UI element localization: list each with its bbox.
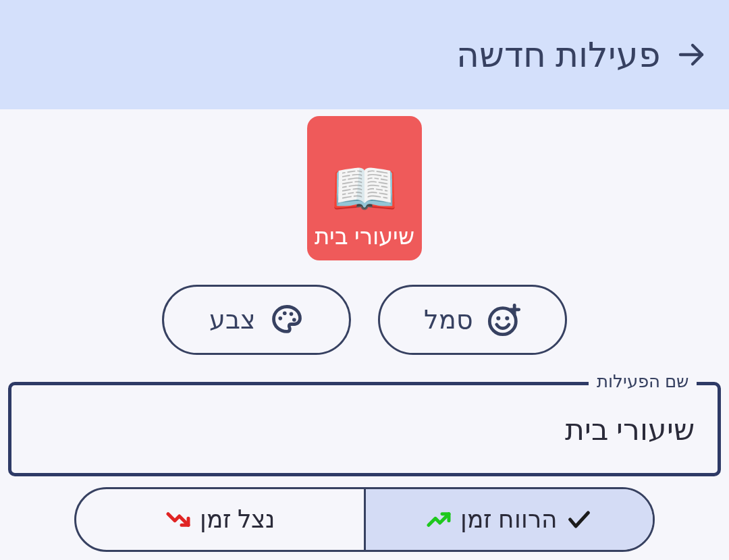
page-title: פעילות חדשה	[456, 34, 660, 75]
symbol-button[interactable]: סמל	[378, 285, 567, 355]
svg-point-1	[489, 308, 516, 335]
svg-point-8	[289, 312, 293, 316]
gain-time-label: הרווח זמן	[460, 505, 558, 534]
book-icon: 📖	[331, 162, 398, 216]
palette-icon	[269, 302, 304, 337]
header: פעילות חדשה	[0, 0, 729, 109]
symbol-button-label: סמל	[424, 305, 473, 335]
check-icon	[566, 506, 593, 533]
emoji-plus-icon	[487, 302, 522, 337]
svg-point-2	[496, 316, 500, 320]
activity-preview: 📖 שיעורי בית	[0, 109, 729, 260]
arrow-right-icon	[675, 38, 707, 71]
spend-time-label: נצל זמן	[200, 505, 275, 534]
activity-card[interactable]: 📖 שיעורי בית	[307, 116, 422, 260]
time-type-segment: הרווח זמן נצל זמן	[74, 487, 655, 552]
svg-point-6	[278, 316, 282, 320]
color-button-label: צבע	[209, 305, 256, 335]
time-type-segment-wrap: הרווח זמן נצל זמן	[0, 487, 729, 552]
segment-divider	[364, 489, 366, 550]
spend-time-option[interactable]: נצל זמן	[76, 489, 364, 550]
svg-point-9	[292, 318, 296, 322]
activity-name-label: שם הפעילות	[589, 371, 697, 392]
gain-time-option[interactable]: הרווח זמן	[366, 489, 653, 550]
activity-card-label: שיעורי בית	[315, 223, 414, 250]
activity-name-input[interactable]	[8, 382, 721, 476]
trend-down-icon	[165, 506, 192, 533]
svg-point-7	[282, 311, 286, 315]
activity-name-field-wrap: שם הפעילות	[8, 382, 721, 476]
back-button[interactable]	[672, 36, 710, 74]
trend-up-icon	[425, 506, 452, 533]
color-button[interactable]: צבע	[162, 285, 351, 355]
svg-point-3	[505, 316, 509, 320]
chip-row: סמל צבע	[0, 285, 729, 355]
